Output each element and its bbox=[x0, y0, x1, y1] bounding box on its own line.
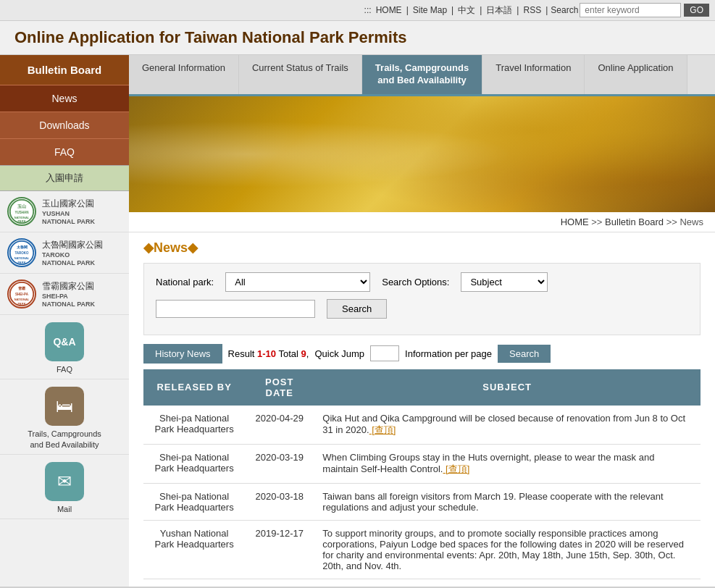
search-button[interactable]: Search bbox=[327, 299, 387, 319]
cell-post-date: 2020-04-29 bbox=[245, 406, 314, 445]
cell-post-date: 2020-03-18 bbox=[245, 483, 314, 520]
result-text: Result 1-10 Total 9, bbox=[228, 348, 309, 359]
layout: Bulletin Board News Downloads FAQ 入園申請 玉… bbox=[0, 55, 715, 587]
nav-tabs: General Information Current Status of Tr… bbox=[129, 55, 715, 96]
svg-text:NATIONAL: NATIONAL bbox=[14, 216, 30, 219]
sidebar-mail-icon-item[interactable]: ✉ Mail bbox=[0, 455, 129, 519]
park-item-yushan[interactable]: 玉山 YUSHAN NATIONAL PARK 玉山國家公園 YUSHAN NA… bbox=[0, 191, 129, 232]
cell-released-by: Shei-pa National Park Headquarters bbox=[143, 406, 245, 445]
search-form: GO bbox=[580, 3, 709, 17]
park-select[interactable]: All bbox=[225, 272, 370, 292]
news-section: ◆News◆ National park: All Search Options… bbox=[129, 232, 715, 587]
site-title: Online Application for Taiwan National P… bbox=[0, 21, 715, 55]
svg-text:PARK: PARK bbox=[17, 261, 25, 264]
breadcrumb-sep1: >> bbox=[591, 217, 602, 227]
breadcrumb-home[interactable]: HOME bbox=[561, 217, 589, 227]
breadcrumb: HOME >> Bulletin Board >> News bbox=[129, 212, 715, 232]
mail-icon-label: Mail bbox=[57, 504, 72, 514]
table-row: Shei-pa National Park Headquarters2020-0… bbox=[143, 406, 701, 445]
topbar-search-input[interactable] bbox=[580, 3, 681, 17]
tab-travel-information[interactable]: Travel Information bbox=[482, 55, 585, 94]
cell-released-by: Shei-pa National Park Headquarters bbox=[143, 483, 245, 520]
sidebar-faq-btn[interactable]: FAQ bbox=[0, 138, 129, 165]
banner-bg bbox=[129, 96, 715, 212]
topbar-home[interactable]: HOME bbox=[376, 5, 402, 15]
topbar: ::: HOME | Site Map | 中文 | 日本語 | RSS | S… bbox=[0, 0, 715, 21]
sheipa-name: 雪霸國家公園 SHEI-PA NATIONAL PARK bbox=[42, 280, 95, 308]
trails-icon: 🛏 bbox=[45, 387, 84, 426]
sidebar: Bulletin Board News Downloads FAQ 入園申請 玉… bbox=[0, 55, 129, 587]
col-released-by: RELEASED BY bbox=[143, 369, 245, 406]
yushan-name: 玉山國家公園 YUSHAN NATIONAL PARK bbox=[42, 198, 95, 226]
col-post-date: POST DATE bbox=[245, 369, 314, 406]
results-bar: History News Result 1-10 Total 9, Quick … bbox=[143, 344, 701, 364]
topbar-chinese[interactable]: 中文 bbox=[458, 4, 475, 17]
svg-text:NATIONAL: NATIONAL bbox=[14, 256, 30, 260]
result-range: 1-10 bbox=[257, 348, 276, 359]
topbar-sitemap[interactable]: Site Map bbox=[413, 5, 447, 15]
svg-text:PARK: PARK bbox=[17, 219, 25, 223]
svg-text:YUSHAN: YUSHAN bbox=[14, 211, 28, 214]
sidebar-faq-icon-item[interactable]: Q&A FAQ bbox=[0, 315, 129, 379]
subject-select[interactable]: Subject bbox=[461, 272, 548, 292]
cell-subject: When Climbing Groups stay in the Huts ov… bbox=[314, 444, 701, 483]
banner bbox=[129, 96, 715, 212]
tab-online-application[interactable]: Online Application bbox=[585, 55, 687, 94]
svg-text:雪霸: 雪霸 bbox=[18, 286, 25, 290]
table-body: Shei-pa National Park Headquarters2020-0… bbox=[143, 406, 701, 579]
options-label: Search Options: bbox=[382, 277, 449, 287]
topbar-rss[interactable]: RSS bbox=[523, 5, 541, 15]
cell-post-date: 2019-12-17 bbox=[245, 520, 314, 579]
svg-text:TAROKO: TAROKO bbox=[14, 251, 29, 255]
keyword-input[interactable] bbox=[156, 300, 315, 318]
park-item-taroko[interactable]: 太魯閣 TAROKO NATIONAL PARK 太魯閣國家公園 TAROKO … bbox=[0, 232, 129, 274]
per-page-label: Information per page bbox=[405, 348, 492, 359]
breadcrumb-bulletin[interactable]: Bulletin Board bbox=[605, 217, 664, 227]
cell-subject: Taiwan bans all foreign visitors from Ma… bbox=[314, 483, 701, 520]
mail-icon: ✉ bbox=[45, 462, 84, 501]
subject-link[interactable]: [查頂] bbox=[443, 463, 470, 474]
sidebar-news[interactable]: News bbox=[0, 85, 129, 112]
table-header: RELEASED BY POST DATE SUBJECT bbox=[143, 369, 701, 406]
taroko-logo: 太魯閣 TAROKO NATIONAL PARK bbox=[7, 238, 36, 267]
park-item-shei-pa[interactable]: 雪霸 SHEI-PA NATIONAL PARK 雪霸國家公園 SHEI-PA … bbox=[0, 274, 129, 315]
history-news-button[interactable]: History News bbox=[143, 344, 222, 364]
quick-jump-input[interactable] bbox=[370, 345, 399, 361]
results-search-button[interactable]: Search bbox=[498, 345, 551, 363]
svg-text:太魯閣: 太魯閣 bbox=[16, 245, 28, 249]
go-button[interactable]: GO bbox=[684, 4, 709, 17]
news-table: RELEASED BY POST DATE SUBJECT Shei-pa Na… bbox=[143, 369, 701, 579]
sidebar-bulletin-board[interactable]: Bulletin Board bbox=[0, 55, 129, 85]
subject-link[interactable]: [查頂] bbox=[369, 424, 396, 435]
svg-text:NATIONAL: NATIONAL bbox=[14, 298, 30, 301]
breadcrumb-sep2: >> bbox=[666, 217, 677, 227]
total-count: 9 bbox=[301, 348, 306, 359]
tab-general-information[interactable]: General Information bbox=[129, 55, 239, 94]
faq-icon: Q&A bbox=[45, 322, 84, 361]
cell-subject: Qika Hut and Qika Campground will be clo… bbox=[314, 406, 701, 445]
park-label: National park: bbox=[156, 277, 214, 287]
topbar-dots: ::: bbox=[364, 5, 372, 15]
sheipa-logo: 雪霸 SHEI-PA NATIONAL PARK bbox=[7, 280, 36, 308]
taroko-name: 太魯閣國家公園 TAROKO NATIONAL PARK bbox=[42, 239, 103, 267]
sidebar-downloads[interactable]: Downloads bbox=[0, 112, 129, 138]
tab-current-status[interactable]: Current Status of Trails bbox=[239, 55, 362, 94]
svg-text:PARK: PARK bbox=[17, 302, 25, 306]
breadcrumb-current: News bbox=[680, 217, 703, 227]
sidebar-trails-icon-item[interactable]: 🛏 Trails, Campgroundsand Bed Availabilit… bbox=[0, 379, 129, 455]
col-subject: SUBJECT bbox=[314, 369, 701, 406]
tab-trails-campgrounds[interactable]: Trails, Campgrounds and Bed Availability bbox=[362, 55, 482, 94]
yushan-logo: 玉山 YUSHAN NATIONAL PARK bbox=[7, 197, 36, 226]
search-row-2: Search bbox=[156, 299, 688, 319]
topbar-japanese[interactable]: 日本語 bbox=[486, 4, 512, 17]
search-row-1: National park: All Search Options: Subje… bbox=[156, 272, 688, 292]
table-row: Yushan National Park Headquarters2019-12… bbox=[143, 520, 701, 579]
search-box: National park: All Search Options: Subje… bbox=[143, 263, 701, 335]
svg-text:玉山: 玉山 bbox=[17, 203, 26, 209]
table-row: Shei-pa National Park Headquarters2020-0… bbox=[143, 483, 701, 520]
svg-text:SHEI-PA: SHEI-PA bbox=[15, 293, 29, 296]
cell-released-by: Shei-pa National Park Headquarters bbox=[143, 444, 245, 483]
faq-icon-label: FAQ bbox=[57, 364, 72, 374]
apply-button[interactable]: 入園申請 bbox=[0, 165, 129, 191]
cell-released-by: Yushan National Park Headquarters bbox=[143, 520, 245, 579]
